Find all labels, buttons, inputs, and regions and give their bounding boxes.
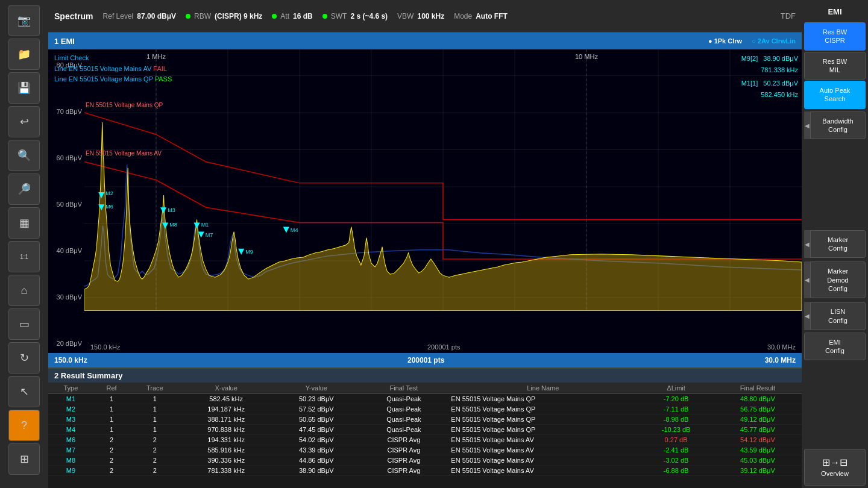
- m1-freq-row: 582.450 kHz: [741, 89, 798, 101]
- svg-marker-28: [283, 227, 289, 233]
- col-linename: Line Name: [447, 383, 638, 394]
- vbw-value: 100 kHz: [417, 12, 444, 20]
- bandwidth-config-row: ◀ BandwidthConfig: [804, 111, 866, 140]
- cell-line: EN 55015 Voltage Mains AV: [447, 466, 638, 476]
- m9-label: M9[2] 38.90 dBμV: [741, 53, 798, 64]
- cell-delta: -7.11 dB: [638, 404, 713, 414]
- cell-test: Quasi-Peak: [360, 425, 447, 435]
- result-summary: 2 Result Summary Type Ref Trace X-value …: [48, 368, 802, 488]
- svg-text:M2: M2: [105, 190, 113, 196]
- camera-button[interactable]: 📷: [8, 5, 40, 36]
- cell-delta: -10.23 dB: [638, 425, 713, 435]
- cell-line: EN 55015 Voltage Mains QP: [447, 404, 638, 414]
- home-button[interactable]: ⌂: [8, 275, 40, 306]
- col-trace: Trace: [130, 383, 180, 394]
- x-axis-labels: 150.0 kHz 200001 pts 30.0 MHz: [84, 341, 802, 353]
- cell-y: 54.02 dBμV: [272, 435, 360, 445]
- pts-count: 200001 pts: [407, 356, 444, 364]
- cell-delta: -2.41 dB: [638, 445, 713, 455]
- windows-button[interactable]: ⊞: [8, 443, 40, 475]
- zoom-out-button[interactable]: 🔎: [8, 174, 40, 205]
- cell-trace: 2: [130, 466, 180, 476]
- x-end: 30.0 MHz: [767, 343, 796, 351]
- lisn-row: ◀ LISNConfig: [804, 302, 866, 330]
- table-row: M7 2 2 585.916 kHz 43.39 dBμV CISPR Avg …: [48, 445, 802, 455]
- ratio-button[interactable]: 1:1: [8, 241, 40, 272]
- x-center: 200001 pts: [427, 343, 460, 351]
- cell-ref: 2: [93, 445, 130, 455]
- save-button[interactable]: 💾: [8, 72, 40, 104]
- rbw-group: RBW (CISPR) 9 kHz: [186, 12, 262, 20]
- refresh-button[interactable]: ↻: [8, 342, 40, 374]
- cell-x: 781.338 kHz: [180, 466, 272, 476]
- cell-ref: 1: [93, 394, 130, 404]
- cell-delta: -8.98 dB: [638, 414, 713, 425]
- cell-y: 50.65 dBμV: [272, 414, 360, 425]
- swt-group: SWT 2 s (~4.6 s): [322, 12, 388, 20]
- freq-start: 150.0 kHz: [54, 356, 87, 364]
- overview-button[interactable]: ⊞→⊟ Overview: [804, 449, 866, 486]
- att-value: 16 dB: [293, 12, 313, 20]
- cell-y: 38.90 dBμV: [272, 466, 360, 476]
- tdf-label: TDF: [781, 11, 796, 20]
- auto-peak-search-button[interactable]: Auto PeakSearch: [804, 81, 866, 109]
- cell-y: 44.86 dBμV: [272, 455, 360, 466]
- marker-demod-button[interactable]: MarkerDemodConfig: [810, 261, 866, 298]
- marker-demod-arrow[interactable]: ◀: [804, 261, 810, 298]
- lisn-config-button[interactable]: LISNConfig: [810, 302, 866, 330]
- cell-line: EN 55015 Voltage Mains QP: [447, 394, 638, 404]
- col-type: Type: [48, 383, 93, 394]
- table-row: M2 1 1 194.187 kHz 57.52 dBμV Quasi-Peak…: [48, 404, 802, 414]
- cell-result: 48.80 dBμV: [714, 394, 802, 404]
- cursor-button[interactable]: ↖: [8, 376, 40, 407]
- svg-marker-20: [160, 207, 166, 213]
- cell-delta: -3.02 dB: [638, 455, 713, 466]
- search-zoom-button[interactable]: 🔍: [8, 140, 40, 171]
- cell-type: M8: [48, 455, 93, 466]
- cell-result: 45.77 dBμV: [714, 425, 802, 435]
- top-bar: Spectrum Ref Level 87.00 dBμV RBW (CISPR…: [48, 0, 802, 33]
- svg-text:EN 55015 Voltage Mains AV: EN 55015 Voltage Mains AV: [86, 150, 162, 157]
- cell-type: M9: [48, 466, 93, 476]
- bandwidth-arrow[interactable]: ◀: [804, 111, 810, 140]
- ref-level-label: Ref Level: [103, 12, 134, 20]
- crop-button[interactable]: ▭: [8, 308, 40, 340]
- svg-text:EN 55015 Voltage Mains QP: EN 55015 Voltage Mains QP: [86, 102, 163, 108]
- folder-button[interactable]: 📁: [8, 39, 40, 70]
- cell-trace: 2: [130, 445, 180, 455]
- marker-config-button[interactable]: MarkerConfig: [810, 230, 866, 258]
- marker-config-row: ◀ MarkerConfig: [804, 230, 866, 258]
- res-bw-cispr-button[interactable]: Res BWCISPR: [804, 22, 866, 51]
- cell-trace: 1: [130, 414, 180, 425]
- cell-result: 39.12 dBμV: [714, 466, 802, 476]
- cell-x: 970.838 kHz: [180, 425, 272, 435]
- mode-label: Mode: [454, 12, 472, 20]
- bandwidth-config-button[interactable]: BandwidthConfig: [810, 111, 866, 140]
- marker-config-arrow[interactable]: ◀: [804, 230, 810, 258]
- col-finalresult: Final Result: [714, 383, 802, 394]
- cell-ref: 2: [93, 466, 130, 476]
- spectrum-chart: M2 M6 M3 M8 M1 M7 M4: [84, 49, 802, 311]
- cell-type: M4: [48, 425, 93, 435]
- emi-config-button[interactable]: EMIConfig: [804, 333, 866, 361]
- undo-button[interactable]: ↩: [8, 106, 40, 137]
- cell-y: 43.39 dBμV: [272, 445, 360, 455]
- overview-icon: ⊞→⊟: [807, 457, 863, 469]
- main-content: Spectrum Ref Level 87.00 dBμV RBW (CISPR…: [48, 0, 802, 488]
- chart-area: 80 dBμV 70 dBμV 60 dBμV 50 dBμV 40 dBμV …: [48, 49, 802, 353]
- rbw-value: (CISPR) 9 kHz: [215, 12, 262, 20]
- ref-level-value: 87.00 dBμV: [137, 12, 176, 20]
- lisn-arrow[interactable]: ◀: [804, 302, 810, 330]
- m1-value: 50.23 dBμV: [763, 80, 798, 87]
- layers-button[interactable]: ▦: [8, 207, 40, 239]
- table-row: M4 1 1 970.838 kHz 47.45 dBμV Quasi-Peak…: [48, 425, 802, 435]
- m1-label: M1[1] 50.23 dBμV: [741, 78, 798, 89]
- result-tbody: M1 1 1 582.45 kHz 50.23 dBμV Quasi-Peak …: [48, 394, 802, 476]
- cell-trace: 2: [130, 435, 180, 445]
- cell-test: CISPR Avg: [360, 435, 447, 445]
- help-button[interactable]: ?: [8, 410, 40, 441]
- cell-type: M3: [48, 414, 93, 425]
- cell-x: 194.187 kHz: [180, 404, 272, 414]
- res-bw-mil-button[interactable]: Res BWMIL: [804, 52, 866, 80]
- swt-value: 2 s (~4.6 s): [350, 12, 388, 20]
